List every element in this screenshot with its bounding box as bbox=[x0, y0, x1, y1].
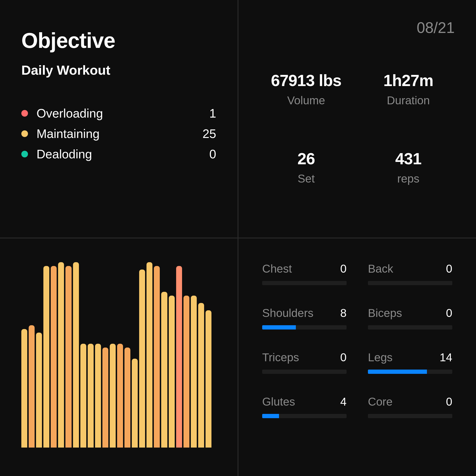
muscle-label: Chest bbox=[262, 262, 292, 275]
chart-bar bbox=[139, 270, 145, 448]
stat-label: Set bbox=[260, 172, 353, 185]
muscle-head: Shoulders8 bbox=[262, 306, 347, 320]
muscle-label: Back bbox=[368, 262, 393, 275]
muscle-progress-track bbox=[262, 325, 347, 329]
stat-label: Volume bbox=[260, 94, 353, 107]
objective-item: Overloading1 bbox=[21, 106, 216, 120]
stat-duration: 1h27m Duration bbox=[362, 71, 455, 107]
chart-bar bbox=[66, 266, 71, 448]
objective-title: Objective bbox=[21, 28, 216, 53]
muscle-row: Chest0 bbox=[262, 262, 347, 285]
objective-item: Dealoding0 bbox=[21, 147, 216, 161]
muscle-value: 4 bbox=[332, 395, 347, 408]
stat-value: 431 bbox=[362, 149, 455, 168]
muscle-row: Core0 bbox=[368, 395, 452, 418]
chart-bar bbox=[80, 344, 86, 448]
objective-item-count: 1 bbox=[192, 106, 216, 120]
muscle-progress-fill bbox=[262, 414, 279, 418]
muscle-head: Glutes4 bbox=[262, 395, 347, 408]
muscle-value: 0 bbox=[438, 395, 452, 408]
summary-date: 08/21 bbox=[417, 19, 455, 36]
stat-sets: 26 Set bbox=[260, 149, 353, 185]
stat-volume: 67913 lbs Volume bbox=[260, 71, 353, 107]
muscle-progress-fill bbox=[368, 370, 427, 374]
chart-bar bbox=[161, 292, 167, 448]
chart-bar bbox=[191, 296, 197, 448]
muscle-progress-track bbox=[368, 281, 452, 285]
stat-value: 1h27m bbox=[362, 71, 455, 90]
muscle-progress-track bbox=[262, 370, 347, 374]
objective-item-count: 25 bbox=[192, 127, 216, 141]
stat-label: reps bbox=[362, 172, 455, 185]
objective-panel: Objective Daily Workout Overloading1Main… bbox=[0, 0, 238, 238]
objective-list: Overloading1Maintaining25Dealoding0 bbox=[21, 106, 216, 161]
muscle-progress-track bbox=[368, 370, 452, 374]
chart-bar bbox=[117, 344, 123, 448]
muscle-progress-track bbox=[368, 325, 452, 329]
muscle-row: Legs14 bbox=[368, 351, 452, 374]
chart-bar bbox=[43, 266, 49, 448]
muscle-head: Triceps0 bbox=[262, 351, 347, 364]
stat-label: Duration bbox=[362, 94, 455, 107]
muscle-label: Legs bbox=[368, 351, 392, 364]
stat-reps: 431 reps bbox=[362, 149, 455, 185]
objective-subtitle: Daily Workout bbox=[21, 62, 216, 78]
muscle-value: 0 bbox=[332, 351, 347, 364]
chart-bar bbox=[88, 344, 94, 448]
chart-bar bbox=[132, 359, 138, 448]
summary-panel: 08/21 67913 lbs Volume 1h27m Duration 26… bbox=[238, 0, 476, 238]
muscle-label: Core bbox=[368, 395, 392, 408]
muscle-label: Biceps bbox=[368, 306, 402, 320]
muscle-row: Glutes4 bbox=[262, 395, 347, 418]
objective-item: Maintaining25 bbox=[21, 127, 216, 141]
chart-bar bbox=[198, 303, 204, 448]
muscle-value: 8 bbox=[332, 306, 347, 320]
muscle-label: Triceps bbox=[262, 351, 299, 364]
muscle-row: Back0 bbox=[368, 262, 452, 285]
sets-bar-chart bbox=[21, 262, 211, 448]
dot-icon bbox=[21, 110, 28, 117]
muscle-head: Legs14 bbox=[368, 351, 452, 364]
muscle-head: Back0 bbox=[368, 262, 452, 275]
summary-stats-top: 67913 lbs Volume 1h27m Duration bbox=[260, 71, 455, 107]
chart-bar bbox=[176, 266, 182, 448]
muscle-head: Core0 bbox=[368, 395, 452, 408]
objective-item-label: Maintaining bbox=[36, 127, 192, 141]
muscle-value: 14 bbox=[438, 351, 452, 364]
muscle-progress-track bbox=[368, 414, 452, 418]
sets-chart-panel bbox=[0, 238, 238, 476]
chart-bar bbox=[205, 310, 211, 448]
muscles-grid: Chest0Back0Shoulders8Biceps0Triceps0Legs… bbox=[262, 262, 452, 418]
stat-value: 67913 lbs bbox=[260, 71, 353, 90]
muscles-panel: Chest0Back0Shoulders8Biceps0Triceps0Legs… bbox=[238, 238, 476, 476]
chart-bar bbox=[51, 266, 57, 448]
objective-item-label: Dealoding bbox=[36, 147, 192, 161]
muscle-value: 0 bbox=[438, 262, 452, 275]
chart-bar bbox=[95, 344, 101, 448]
muscle-progress-fill bbox=[262, 325, 296, 329]
chart-bar bbox=[184, 296, 189, 448]
muscle-label: Shoulders bbox=[262, 306, 313, 320]
chart-bar bbox=[147, 262, 153, 448]
objective-item-label: Overloading bbox=[36, 106, 192, 120]
chart-bar bbox=[36, 333, 42, 448]
objective-item-count: 0 bbox=[192, 147, 216, 161]
muscle-row: Biceps0 bbox=[368, 306, 452, 329]
dashboard-grid: Objective Daily Workout Overloading1Main… bbox=[0, 0, 476, 476]
summary-stats-bottom: 26 Set 431 reps bbox=[260, 149, 455, 185]
dot-icon bbox=[21, 130, 28, 137]
muscle-head: Chest0 bbox=[262, 262, 347, 275]
chart-bar bbox=[21, 329, 27, 448]
chart-bar bbox=[154, 266, 160, 448]
muscle-progress-track bbox=[262, 414, 347, 418]
muscle-row: Triceps0 bbox=[262, 351, 347, 374]
muscle-row: Shoulders8 bbox=[262, 306, 347, 329]
muscle-progress-track bbox=[262, 281, 347, 285]
chart-bar bbox=[124, 348, 130, 448]
muscle-label: Glutes bbox=[262, 395, 295, 408]
chart-bar bbox=[169, 296, 175, 448]
stat-value: 26 bbox=[260, 149, 353, 168]
muscle-value: 0 bbox=[332, 262, 347, 275]
chart-bar bbox=[102, 348, 108, 448]
muscle-head: Biceps0 bbox=[368, 306, 452, 320]
